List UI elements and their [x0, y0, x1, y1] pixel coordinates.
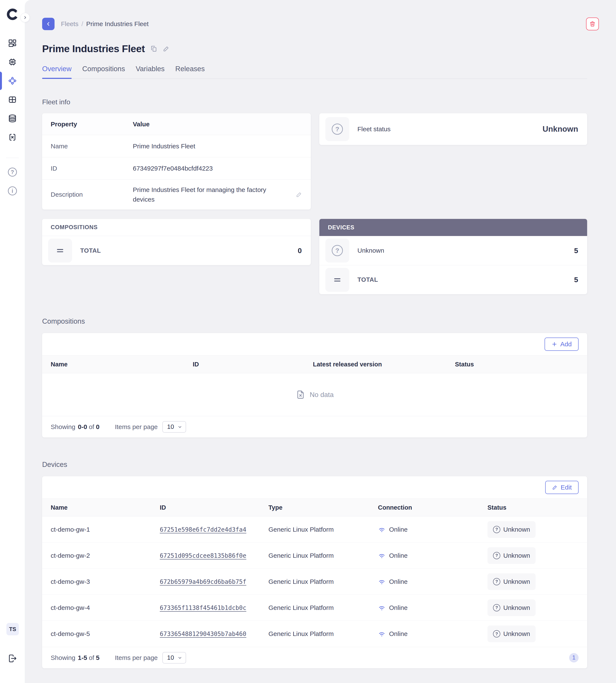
sidebar-item-registry[interactable]	[8, 114, 17, 123]
column-latest-released-version: Latest released version	[313, 361, 455, 368]
copy-icon[interactable]	[150, 45, 157, 52]
add-composition-button[interactable]: Add	[545, 338, 578, 351]
device-id-link[interactable]: 67336548812904305b7ab460	[160, 631, 246, 637]
sidebar-nav: ? i	[6, 39, 19, 196]
status-badge: ? Unknown	[487, 625, 535, 642]
dashboard-icon	[8, 39, 17, 48]
compositions-total-row: TOTAL 0	[42, 236, 311, 265]
items-per-page-select[interactable]: 10	[162, 652, 186, 663]
compositions-toolbar: Add	[42, 333, 587, 355]
device-id-link[interactable]: 67251e598e6fc7dd2e4d3fa4	[160, 526, 246, 533]
chevron-down-icon	[178, 425, 182, 429]
status-badge: ? Unknown	[487, 521, 535, 538]
question-circle-icon: ?	[493, 578, 500, 585]
page-number-badge[interactable]: 1	[569, 653, 578, 662]
table-row: ct-demo-gw-2 67251d095cdcee8135b86f0e Ge…	[42, 543, 587, 569]
compositions-card: Add Name ID Latest released version Stat…	[42, 333, 587, 437]
column-id: ID	[160, 504, 268, 511]
chip-icon	[8, 57, 17, 67]
question-circle-icon: ?	[493, 552, 500, 559]
tab-overview[interactable]: Overview	[42, 65, 72, 78]
wifi-icon	[378, 526, 386, 533]
column-id: ID	[193, 361, 313, 368]
tab-bar: Overview Compositions Variables Releases	[42, 65, 587, 79]
devices-table-header: Name ID Type Connection Status	[42, 499, 587, 517]
device-name: ct-demo-gw-2	[51, 552, 160, 559]
device-type: Generic Linux Platform	[268, 526, 378, 533]
compositions-pagination: Showing 0-0 of 0 Items per page 10	[42, 416, 587, 437]
devices-section-label: Devices	[42, 460, 599, 469]
status-badge: ? Unknown	[487, 547, 535, 564]
status-badge: ? Unknown	[487, 573, 535, 590]
main-content: Fleets / Prime Industries Fleet Prime In…	[25, 0, 616, 683]
pencil-icon	[552, 485, 557, 490]
devices-summary-card: DEVICES ? Unknown 5 TOTAL 5	[319, 219, 587, 294]
user-avatar[interactable]: TS	[6, 623, 19, 635]
fleet-info-header: Property Value	[42, 113, 311, 135]
delete-fleet-button[interactable]	[586, 18, 599, 30]
column-status: Status	[455, 361, 578, 368]
grid-icon	[8, 95, 17, 104]
chevron-left-icon	[46, 21, 51, 27]
total-icon	[332, 275, 342, 285]
status-badge: ? Unknown	[487, 599, 535, 616]
sidebar-item-dashboard[interactable]	[8, 39, 17, 48]
sidebar-item-fleets[interactable]	[8, 76, 17, 86]
sidebar-item-compositions[interactable]	[8, 95, 17, 104]
device-connection: Online	[378, 526, 487, 533]
breadcrumb-fleets-link[interactable]: Fleets	[61, 20, 79, 28]
title-row: Prime Industries Fleet	[42, 43, 599, 54]
device-name: ct-demo-gw-5	[51, 630, 160, 637]
sidebar-item-help[interactable]: ?	[8, 167, 17, 177]
logout-icon	[8, 654, 17, 663]
device-type: Generic Linux Platform	[268, 630, 378, 637]
table-row: ct-demo-gw-1 67251e598e6fc7dd2e4d3fa4 Ge…	[42, 517, 587, 543]
items-per-page-select[interactable]: 10	[162, 421, 186, 433]
total-icon	[55, 246, 65, 255]
sidebar-item-variables[interactable]	[8, 133, 17, 142]
info-icon: i	[8, 186, 17, 196]
edit-devices-button[interactable]: Edit	[545, 481, 578, 494]
device-id-link[interactable]: 67251d095cdcee8135b86f0e	[160, 552, 246, 559]
items-per-page-label: Items per page	[115, 654, 158, 661]
device-connection: Online	[378, 604, 487, 612]
total-icon-chip	[48, 238, 72, 263]
breadcrumb-current: Prime Industries Fleet	[86, 20, 149, 28]
help-icon: ?	[8, 167, 17, 177]
column-status: Status	[487, 504, 578, 511]
chevron-right-icon	[23, 15, 27, 20]
fleet-status-label: Fleet status	[357, 126, 391, 133]
tab-releases[interactable]: Releases	[175, 65, 205, 78]
devices-pagination: Showing 1-5 of 5 Items per page 10 1	[42, 647, 587, 668]
column-name: Name	[51, 361, 193, 368]
wifi-icon	[378, 630, 386, 638]
tab-variables[interactable]: Variables	[136, 65, 164, 78]
device-id-link[interactable]: 673365f1138f45461b1dcb0c	[160, 604, 246, 611]
file-x-icon	[295, 390, 305, 400]
devices-table-body: ct-demo-gw-1 67251e598e6fc7dd2e4d3fa4 Ge…	[42, 517, 587, 647]
back-button[interactable]	[42, 18, 54, 30]
sidebar-item-info[interactable]: i	[8, 186, 17, 196]
device-name: ct-demo-gw-1	[51, 526, 160, 533]
tab-compositions[interactable]: Compositions	[82, 65, 125, 78]
devices-unknown-row: ? Unknown 5	[319, 236, 587, 265]
fleet-status-icon-chip: ?	[325, 117, 349, 141]
compositions-summary-card: COMPOSITIONS TOTAL 0	[42, 219, 311, 265]
edit-title-icon[interactable]	[163, 45, 170, 52]
device-type: Generic Linux Platform	[268, 604, 378, 611]
fleet-status-value: Unknown	[543, 124, 578, 134]
total-icon-chip	[325, 268, 349, 292]
fleet-info-row-description: Description Prime Industries Fleet for m…	[42, 180, 311, 209]
items-per-page-label: Items per page	[115, 423, 158, 431]
devices-toolbar: Edit	[42, 476, 587, 499]
logout-button[interactable]	[8, 654, 17, 663]
table-row: ct-demo-gw-5 67336548812904305b7ab460 Ge…	[42, 621, 587, 647]
fleet-info-label: Fleet info	[42, 98, 599, 106]
summary-grid: COMPOSITIONS TOTAL 0 DEVICES ? Unknown 5	[42, 219, 587, 294]
device-id-link[interactable]: 672b65979a4b69cd6ba6b75f	[160, 578, 246, 585]
sidebar-collapse-button[interactable]	[20, 13, 30, 22]
trash-icon	[589, 21, 596, 27]
compositions-summary-header: COMPOSITIONS	[42, 219, 311, 236]
sidebar-item-devices[interactable]	[8, 57, 17, 67]
edit-description-icon[interactable]	[296, 191, 302, 198]
